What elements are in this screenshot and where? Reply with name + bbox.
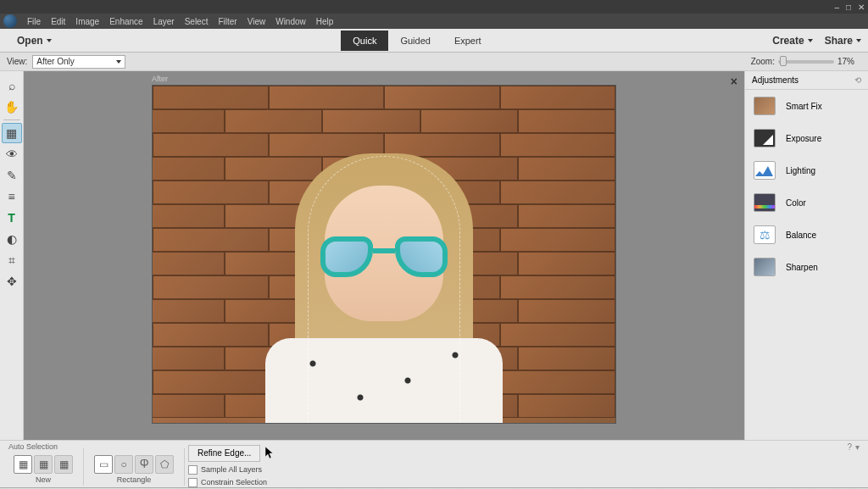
- create-button[interactable]: Create: [772, 35, 812, 47]
- menubar: File Edit Image Enhance Layer Select Fil…: [0, 14, 868, 29]
- menu-filter[interactable]: Filter: [213, 17, 242, 26]
- adj-exposure[interactable]: Exposure: [745, 122, 868, 154]
- adj-lighting[interactable]: Lighting: [745, 154, 868, 186]
- photo-subject: [231, 135, 537, 423]
- window-minimize-button[interactable]: –: [834, 3, 839, 12]
- image-container: After: [152, 85, 616, 424]
- window-close-button[interactable]: ✕: [858, 3, 865, 12]
- view-dropdown[interactable]: After Only: [32, 55, 125, 69]
- spot-heal-tool[interactable]: ◐: [2, 229, 22, 249]
- menu-image[interactable]: Image: [70, 17, 104, 26]
- menu-enhance[interactable]: Enhance: [104, 17, 147, 26]
- open-button[interactable]: Open: [7, 31, 62, 50]
- selection-shape-label: Rectangle: [117, 475, 152, 484]
- help-icon[interactable]: ?: [847, 442, 852, 452]
- new-selection-button[interactable]: ▦: [14, 455, 32, 474]
- mode-tabs: Quick Guided Expert: [341, 31, 492, 51]
- menu-file[interactable]: File: [22, 17, 46, 26]
- move-tool[interactable]: ✥: [2, 271, 22, 292]
- share-button[interactable]: Share: [825, 35, 861, 47]
- balance-icon: ⚖: [754, 225, 776, 244]
- constrain-checkbox[interactable]: [188, 478, 198, 487]
- viewbar: View: After Only Zoom: 17%: [0, 53, 868, 71]
- hand-tool[interactable]: ✋: [2, 97, 22, 117]
- tool-options-title: Auto Selection: [8, 442, 58, 451]
- photo-canvas[interactable]: [152, 85, 616, 424]
- menu-edit[interactable]: Edit: [46, 17, 70, 26]
- app-icon: [3, 14, 17, 28]
- constrain-row[interactable]: Constrain Selection: [188, 478, 275, 487]
- caret-down-icon: [116, 60, 121, 64]
- panel-header: Adjustments ⟲: [745, 71, 868, 90]
- whiten-tool[interactable]: ≡: [2, 186, 22, 207]
- mode-expert[interactable]: Expert: [442, 31, 493, 51]
- adjustments-panel: Adjustments ⟲ Smart Fix Exposure Lightin…: [744, 71, 868, 440]
- add-selection-button[interactable]: ▦: [34, 455, 53, 474]
- adj-balance[interactable]: ⚖Balance: [745, 219, 868, 251]
- menu-help[interactable]: Help: [311, 17, 339, 26]
- zoom-label: Zoom:: [751, 57, 775, 66]
- polygon-shape-button[interactable]: ⬠: [155, 455, 174, 474]
- menu-layer[interactable]: Layer: [148, 17, 180, 26]
- view-dropdown-value: After Only: [36, 57, 74, 66]
- crop-tool[interactable]: ⌗: [2, 250, 22, 270]
- caret-down-icon: [808, 39, 813, 42]
- auto-selection-tool[interactable]: ▦: [2, 123, 22, 143]
- caret-down-icon: [47, 39, 52, 42]
- divider: [83, 448, 84, 486]
- brush-tool[interactable]: ✎: [2, 165, 22, 186]
- mode-guided[interactable]: Guided: [388, 31, 442, 51]
- selection-mode-group: ▦ ▦ ▦ New: [14, 455, 73, 484]
- lasso-shape-button[interactable]: Ⴔ: [135, 455, 153, 474]
- reset-icon[interactable]: ⟲: [854, 75, 861, 85]
- color-icon: [754, 193, 776, 212]
- tool-options-bar: Auto Selection ? ▾ ▦ ▦ ▦ New ▭ ○ Ⴔ ⬠ Rec…: [0, 440, 868, 487]
- main: ⌕ ✋ ▦ 👁 ✎ ≡ T ◐ ⌗ ✥ × After: [0, 71, 868, 440]
- zoom-percent: 17%: [837, 57, 854, 66]
- sample-all-checkbox[interactable]: [188, 465, 198, 475]
- lighting-icon: [754, 161, 776, 180]
- adj-sharpen[interactable]: Sharpen: [745, 251, 868, 283]
- canvas-area[interactable]: × After: [24, 71, 744, 440]
- zoom-slider[interactable]: [778, 60, 834, 64]
- window-maximize-button[interactable]: □: [846, 3, 851, 12]
- mode-quick[interactable]: Quick: [341, 31, 388, 51]
- toolbox: ⌕ ✋ ▦ 👁 ✎ ≡ T ◐ ⌗ ✥: [0, 71, 24, 440]
- subtract-selection-button[interactable]: ▦: [54, 455, 73, 474]
- close-panel-button[interactable]: ×: [731, 75, 737, 88]
- refine-edge-button[interactable]: Refine Edge...: [188, 445, 260, 462]
- topbar: Open Quick Guided Expert Create Share: [0, 29, 868, 53]
- adj-color[interactable]: Color: [745, 186, 868, 219]
- window-titlebar: – □ ✕: [0, 0, 868, 14]
- zoom-slider-thumb[interactable]: [780, 56, 787, 66]
- zoom-tool[interactable]: ⌕: [2, 75, 22, 96]
- caret-down-icon: [856, 39, 861, 42]
- menu-select[interactable]: Select: [180, 17, 214, 26]
- view-label: View:: [7, 57, 27, 66]
- type-tool[interactable]: T: [2, 208, 22, 228]
- image-after-label: After: [152, 75, 168, 83]
- divider: [184, 448, 185, 486]
- sample-all-row[interactable]: Sample All Layers: [188, 465, 275, 475]
- collapse-icon[interactable]: ▾: [855, 442, 860, 452]
- menu-window[interactable]: Window: [270, 17, 311, 26]
- menu-view[interactable]: View: [242, 17, 271, 26]
- rectangle-shape-button[interactable]: ▭: [94, 455, 113, 474]
- selection-mode-label: New: [36, 475, 51, 484]
- smartfix-icon: [754, 97, 776, 115]
- eye-tool[interactable]: 👁: [2, 144, 22, 164]
- adj-smart-fix[interactable]: Smart Fix: [745, 90, 868, 122]
- cursor-icon: [265, 447, 275, 460]
- panel-title: Adjustments: [752, 75, 798, 85]
- ellipse-shape-button[interactable]: ○: [114, 455, 133, 474]
- tool-divider: [3, 119, 20, 120]
- exposure-icon: [754, 129, 776, 147]
- selection-shape-group: ▭ ○ Ⴔ ⬠ Rectangle: [94, 455, 174, 484]
- sharpen-icon: [754, 258, 776, 276]
